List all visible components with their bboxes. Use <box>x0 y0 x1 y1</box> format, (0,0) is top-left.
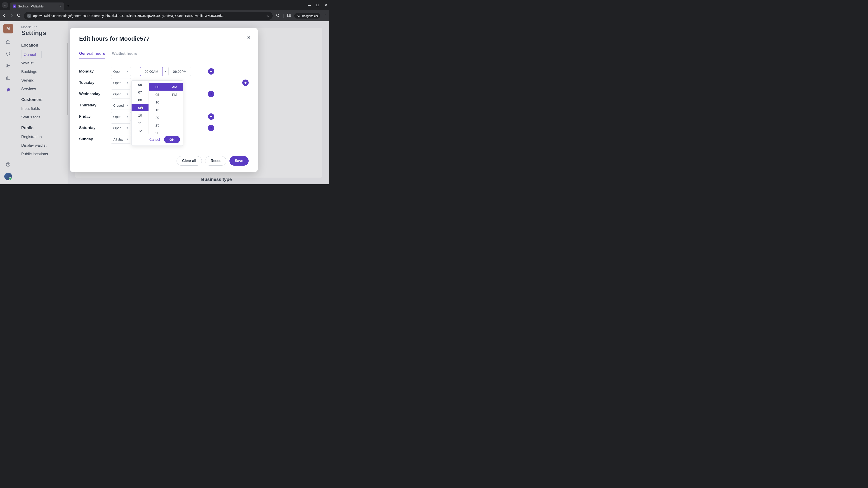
tab-close-icon[interactable]: × <box>59 4 61 8</box>
minute-column[interactable]: 00 05 10 15 20 25 30 <box>149 80 166 133</box>
tab-title: Settings | Waitwhile <box>18 5 58 8</box>
minute-option[interactable]: 30 <box>149 129 166 133</box>
minute-option[interactable]: 05 <box>149 91 166 98</box>
close-window-icon[interactable]: ✕ <box>324 3 327 7</box>
tab-general-hours[interactable]: General hours <box>79 51 105 59</box>
start-time-monday[interactable]: 09:00AM <box>140 67 163 76</box>
hour-option[interactable]: 08 <box>131 96 149 104</box>
add-range-tuesday[interactable]: + <box>242 79 249 86</box>
svg-rect-0 <box>287 14 291 17</box>
window-controls: — ❐ ✕ <box>308 3 327 7</box>
chevron-down-icon: ▼ <box>126 104 129 107</box>
chevron-down-icon: ▼ <box>126 93 129 95</box>
status-select-tuesday[interactable]: Open▼ <box>111 78 131 87</box>
chevron-down-icon: ▼ <box>126 70 129 73</box>
maximize-icon[interactable]: ❐ <box>316 3 319 7</box>
status-select-wednesday[interactable]: Open▼ <box>111 90 131 98</box>
extensions-icon[interactable] <box>276 13 280 18</box>
add-range-friday[interactable]: + <box>208 113 214 120</box>
browser-tab-strip: w Settings | Waitwhile × + — ❐ ✕ <box>0 0 329 10</box>
browser-toolbar: ⟲ app.waitwhile.com/settings/general?aut… <box>0 10 329 21</box>
minimize-icon[interactable]: — <box>308 3 311 7</box>
back-button[interactable] <box>2 13 6 19</box>
hour-column[interactable]: 06 07 08 09 10 11 12 <box>131 80 149 133</box>
add-range-wednesday[interactable]: + <box>208 91 214 97</box>
modal-actions: Clear all Reset Save <box>79 156 249 166</box>
site-info-icon[interactable]: ⟲ <box>27 14 31 18</box>
day-label: Tuesday <box>79 80 111 85</box>
forward-button[interactable] <box>9 13 13 19</box>
chevron-down-icon: ▼ <box>126 81 129 84</box>
status-select-sunday[interactable]: All day▼ <box>111 135 131 144</box>
day-label: Monday <box>79 69 111 74</box>
svg-point-2 <box>297 15 298 17</box>
ampm-option[interactable]: PM <box>166 91 183 98</box>
favicon: w <box>13 4 16 8</box>
incognito-label: Incognito (2) <box>302 14 318 18</box>
minute-option[interactable]: 25 <box>149 121 166 129</box>
timepicker-cancel[interactable]: Cancel <box>149 138 160 141</box>
time-picker: 06 07 08 09 10 11 12 00 05 10 15 20 25 3… <box>131 80 183 146</box>
reload-button[interactable] <box>17 13 21 19</box>
modal-tabs: General hours Waitlist hours <box>79 51 249 59</box>
minute-option-selected[interactable]: 00 <box>149 83 166 91</box>
svg-point-3 <box>298 15 300 17</box>
reset-button[interactable]: Reset <box>205 156 226 166</box>
menu-icon[interactable]: ⋮ <box>323 14 327 18</box>
hour-option[interactable]: 11 <box>131 119 149 127</box>
hour-option[interactable]: 06 <box>131 80 149 88</box>
chevron-down-icon: ▼ <box>126 115 129 118</box>
add-range-monday[interactable]: + <box>208 68 214 74</box>
status-select-saturday[interactable]: Open▼ <box>111 123 131 132</box>
ampm-option-selected[interactable]: AM <box>166 83 183 91</box>
minute-option[interactable]: 10 <box>149 98 166 106</box>
status-select-thursday[interactable]: Closed▼ <box>111 101 131 110</box>
minute-option[interactable]: 20 <box>149 113 166 121</box>
time-dash: - <box>165 69 166 73</box>
close-icon[interactable]: × <box>247 34 250 41</box>
day-label: Thursday <box>79 103 111 107</box>
chevron-down-icon: ▼ <box>126 127 129 129</box>
minute-option[interactable]: 15 <box>149 106 166 113</box>
ampm-column[interactable]: AM PM <box>166 80 183 133</box>
incognito-icon <box>297 14 300 18</box>
save-button[interactable]: Save <box>229 156 249 166</box>
timepicker-ok[interactable]: OK <box>164 136 180 143</box>
tab-waitlist-hours[interactable]: Waitlist hours <box>112 51 137 59</box>
edit-hours-modal: Edit hours for Moodie577 × General hours… <box>70 28 258 172</box>
row-monday: Monday Open▼ 09:00AM - 06:00PM + <box>79 66 249 77</box>
status-select-friday[interactable]: Open▼ <box>111 112 131 121</box>
tab-search-button[interactable] <box>2 2 8 8</box>
day-label: Friday <box>79 114 111 119</box>
new-tab-button[interactable]: + <box>67 4 69 8</box>
day-label: Saturday <box>79 126 111 130</box>
divider: | <box>283 14 284 18</box>
sidepanel-icon[interactable] <box>287 13 291 18</box>
address-bar[interactable]: ⟲ app.waitwhile.com/settings/general?aut… <box>24 12 273 20</box>
incognito-badge[interactable]: Incognito (2) <box>294 13 320 19</box>
clear-all-button[interactable]: Clear all <box>177 156 202 166</box>
url-text: app.waitwhile.com/settings/general?authT… <box>33 14 264 18</box>
chevron-down-icon: ▼ <box>126 138 129 140</box>
status-select-monday[interactable]: Open▼ <box>111 67 131 76</box>
bookmark-icon[interactable]: ☆ <box>266 14 270 18</box>
timepicker-actions: Cancel OK <box>131 133 183 145</box>
add-range-saturday[interactable]: + <box>208 125 214 131</box>
hour-option[interactable]: 10 <box>131 111 149 119</box>
end-time-monday[interactable]: 06:00PM <box>168 67 191 76</box>
day-label: Wednesday <box>79 92 111 96</box>
modal-title: Edit hours for Moodie577 <box>79 35 249 42</box>
browser-tab[interactable]: w Settings | Waitwhile × <box>10 2 64 10</box>
hour-option[interactable]: 07 <box>131 88 149 96</box>
hour-option[interactable]: 12 <box>131 127 149 133</box>
hour-option-selected[interactable]: 09 <box>131 104 149 111</box>
day-label: Sunday <box>79 137 111 141</box>
